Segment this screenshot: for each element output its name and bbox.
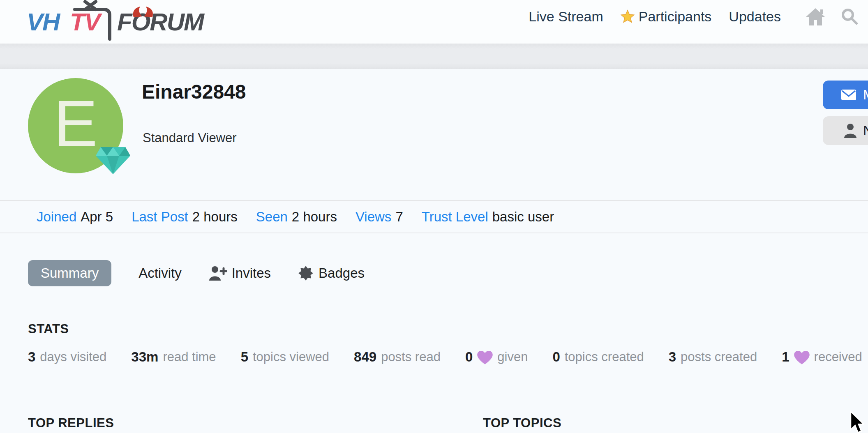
tab-summary[interactable]: Summary: [28, 260, 111, 286]
star-icon: [621, 9, 635, 23]
meta-seen-label: Seen: [256, 209, 288, 225]
meta-last-post: Last Post 2 hours: [132, 209, 238, 225]
stat-value: 3: [669, 349, 676, 365]
stat-posts-created: 3 posts created: [669, 349, 757, 365]
user-meta-strip: Joined Apr 5 Last Post 2 hours Seen 2 ho…: [0, 200, 868, 233]
stat-value: 849: [354, 349, 376, 365]
stat-label: posts read: [381, 350, 441, 364]
meta-seen-value: 2 hours: [292, 209, 337, 225]
nav-participants[interactable]: Participants: [621, 9, 712, 25]
meta-joined: Joined Apr 5: [37, 209, 113, 225]
tab-activity-label: Activity: [139, 265, 182, 281]
notification-level-button[interactable]: Normal: [823, 116, 868, 145]
profile-username: Einar32848: [142, 81, 246, 103]
tab-badges[interactable]: Badges: [298, 265, 365, 281]
meta-joined-value: Apr 5: [81, 209, 113, 225]
meta-trust-level-label: Trust Level: [422, 209, 488, 225]
top-replies-heading: TOP REPLIES: [28, 416, 114, 431]
stat-label: received: [814, 350, 862, 364]
meta-last-post-value: 2 hours: [192, 209, 238, 225]
meta-views-value: 7: [395, 209, 403, 225]
stat-read-time: 33m read time: [131, 349, 216, 365]
tab-invites[interactable]: Invites: [209, 265, 271, 281]
stat-posts-read: 849 posts read: [354, 349, 441, 365]
meta-last-post-label: Last Post: [132, 209, 188, 225]
stat-label: topics viewed: [253, 350, 329, 364]
stat-value: 3: [28, 349, 35, 365]
stat-label: posts created: [681, 350, 757, 364]
heart-icon: [794, 351, 810, 365]
stats-row: 3 days visited 33m read time 5 topics vi…: [28, 349, 862, 365]
stat-value: 33m: [131, 349, 158, 365]
stat-label: topics created: [565, 350, 644, 364]
badge-seal-icon: [298, 265, 314, 281]
stat-likes-received: 1 received: [782, 349, 862, 365]
site-logo[interactable]: VH TV FORUM: [26, 4, 223, 39]
profile-user-title: Standard Viewer: [143, 131, 237, 145]
stat-value: 1: [782, 349, 789, 365]
stat-label: read time: [163, 350, 216, 364]
diamond-flair-icon: [96, 143, 130, 176]
avatar-letter: E: [54, 91, 98, 161]
tab-badges-label: Badges: [319, 265, 365, 281]
logo-text-vh: VH: [27, 10, 59, 35]
meta-joined-label: Joined: [37, 209, 76, 225]
logo-text-tv: TV: [70, 10, 100, 35]
user-plus-icon: [209, 266, 227, 281]
envelope-icon: [841, 89, 856, 101]
stat-value: 0: [552, 349, 560, 365]
message-button-label: Message: [863, 87, 868, 103]
nav-updates[interactable]: Updates: [729, 9, 781, 25]
meta-trust-level-value: basic user: [492, 209, 554, 225]
profile-tabs: Summary Activity Invites Badges: [28, 260, 365, 286]
stat-topics-viewed: 5 topics viewed: [241, 349, 329, 365]
stats-heading: STATS: [28, 322, 69, 336]
site-header: VH TV FORUM Live Stream Participants Upd…: [0, 0, 868, 44]
meta-views: Views 7: [356, 209, 403, 225]
meta-seen: Seen 2 hours: [256, 209, 337, 225]
tab-invites-label: Invites: [232, 265, 271, 281]
notification-button-label: Normal: [863, 123, 868, 138]
stat-label: given: [497, 350, 528, 364]
profile-banner: [0, 44, 868, 69]
stat-value: 0: [465, 349, 473, 365]
logo-text-forum: FORUM: [117, 10, 203, 35]
stat-value: 5: [241, 349, 248, 365]
top-nav: Live Stream Participants Updates: [529, 0, 858, 33]
heart-icon: [477, 351, 493, 365]
nav-participants-label: Participants: [639, 9, 712, 25]
stat-days-visited: 3 days visited: [28, 349, 106, 365]
tab-summary-label: Summary: [41, 265, 99, 281]
nav-live-stream-label: Live Stream: [529, 9, 603, 25]
devil-horns-icon: [131, 7, 155, 17]
meta-views-label: Views: [356, 209, 391, 225]
stat-topics-created: 0 topics created: [552, 349, 644, 365]
nav-updates-label: Updates: [729, 9, 781, 25]
search-icon[interactable]: [841, 8, 858, 25]
nav-live-stream[interactable]: Live Stream: [529, 9, 603, 25]
home-icon[interactable]: [805, 7, 826, 25]
mouse-cursor: [845, 410, 864, 433]
stat-label: days visited: [40, 350, 106, 364]
stat-likes-given: 0 given: [465, 349, 528, 365]
user-icon: [843, 123, 857, 138]
message-button[interactable]: Message: [823, 81, 868, 109]
meta-trust-level: Trust Level basic user: [422, 209, 554, 225]
tab-activity[interactable]: Activity: [139, 265, 182, 281]
top-topics-heading: TOP TOPICS: [483, 416, 561, 431]
profile-actions: Message Normal: [823, 81, 868, 145]
